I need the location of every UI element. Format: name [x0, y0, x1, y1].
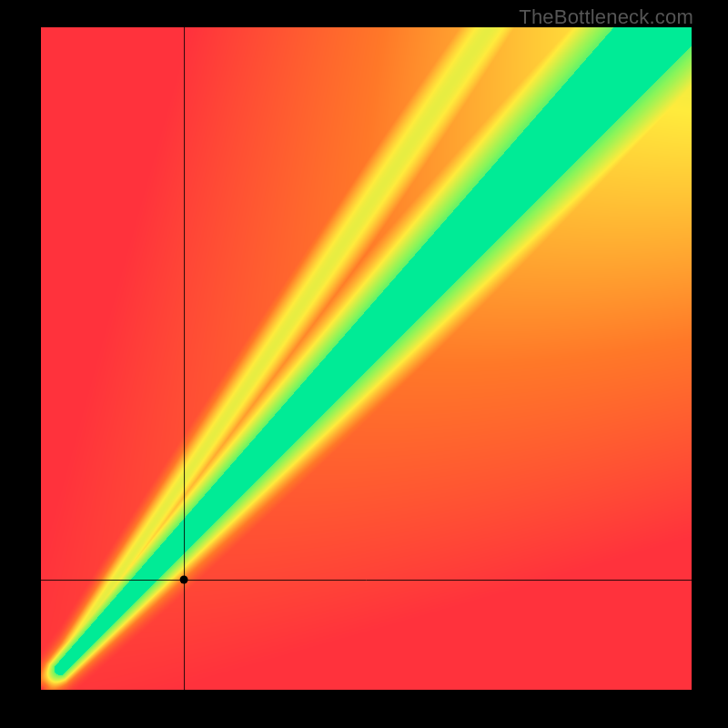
heatmap-canvas [41, 27, 692, 690]
chart-frame: TheBottleneck.com [0, 0, 728, 728]
watermark-text: TheBottleneck.com [519, 5, 693, 29]
